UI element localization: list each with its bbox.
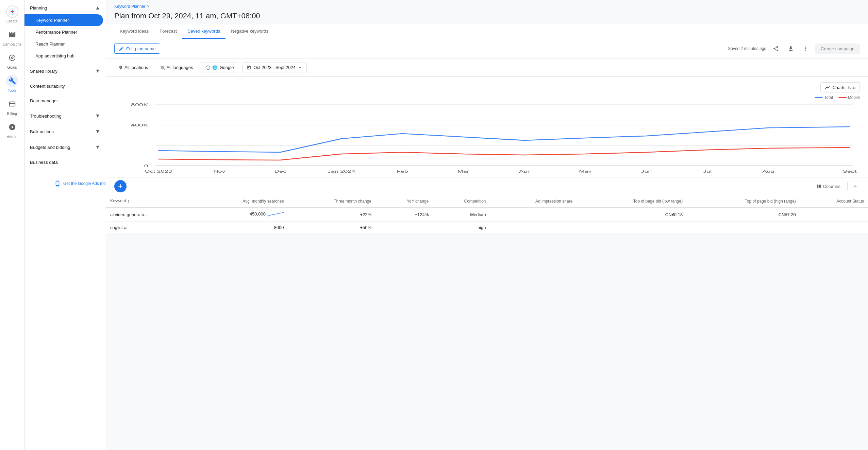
col-ad-impression: Ad impression share xyxy=(490,195,577,208)
location-icon xyxy=(118,65,123,70)
cell-impression-1: — xyxy=(490,208,577,222)
chevron-down-icon-4: ▼ xyxy=(95,144,100,150)
svg-text:Feb: Feb xyxy=(397,170,408,173)
language-filter[interactable]: All languages xyxy=(156,63,197,72)
tools-nav[interactable]: Tools xyxy=(0,72,24,95)
cell-keyword-1: ai video generato... xyxy=(106,208,194,222)
edit-plan-button[interactable]: Edit plan name xyxy=(114,44,160,54)
table-section: Columns Keyword ↑ Avg. monthly searches xyxy=(106,177,868,234)
sidebar-section-content-suitability: Content suitability xyxy=(24,79,106,93)
sort-icon[interactable]: ↑ xyxy=(127,198,130,204)
tab-saved-keywords[interactable]: Saved keywords xyxy=(182,24,226,39)
sidebar-item-app-advertising-hub[interactable]: App advertising hub xyxy=(24,50,103,62)
svg-text:Nov: Nov xyxy=(213,170,226,173)
svg-text:Jun: Jun xyxy=(641,170,652,173)
sidebar-item-performance-planner[interactable]: Performance Planner xyxy=(24,26,103,38)
col-bid-low: Top of page bid (low range) xyxy=(577,195,687,208)
cell-competition-2: high xyxy=(433,222,490,234)
share-button[interactable] xyxy=(770,43,781,54)
sidebar-item-keyword-planner[interactable]: Keyword Planner xyxy=(24,14,103,26)
chart-section: Charts Total Total Mobile 8 xyxy=(106,77,868,177)
sidebar-section-shared-library: Shared library ▼ xyxy=(24,63,106,79)
location-filter[interactable]: All locations xyxy=(114,63,152,72)
cell-status-1 xyxy=(800,208,868,222)
line-chart: 800K 400K 0 Oct 2023 Nov Dec Jan 2024 Fe… xyxy=(114,101,860,176)
col-yoy: YoY change xyxy=(375,195,433,208)
mobile-icon xyxy=(54,180,61,187)
legend-total: Total xyxy=(815,95,833,100)
chart-legend: Total Mobile xyxy=(114,95,860,100)
legend-total-line xyxy=(815,97,823,98)
svg-text:Aug: Aug xyxy=(762,170,774,173)
breadcrumb[interactable]: Keyword Planner > xyxy=(106,0,868,10)
legend-mobile-line xyxy=(838,97,847,98)
page-title: Plan from Oct 29, 2024, 11 am, GMT+08:00 xyxy=(106,10,868,24)
mobile-app-link[interactable]: Get the Google Ads mobile app xyxy=(49,176,106,191)
col-avg-searches: Avg. monthly searches xyxy=(194,195,288,208)
col-competition: Competition xyxy=(433,195,490,208)
icon-bar: Create Campaigns Goals Tools Billing Adm… xyxy=(0,0,24,450)
network-filter[interactable]: 🌐 Google xyxy=(201,63,238,72)
sidebar-section-budgets-bidding-header[interactable]: Budgets and bidding ▼ xyxy=(24,141,106,154)
sidebar-item-data-manager[interactable]: Data manager xyxy=(24,95,106,107)
keywords-table: Keyword ↑ Avg. monthly searches Three mo… xyxy=(106,195,868,234)
download-button[interactable] xyxy=(785,43,796,54)
tab-negative-keywords[interactable]: Negative keywords xyxy=(226,24,274,39)
chart-container: 800K 400K 0 Oct 2023 Nov Dec Jan 2024 Fe… xyxy=(114,101,860,177)
plus-icon xyxy=(117,183,124,190)
sidebar-section-business-data: Business data xyxy=(24,155,106,170)
more-options-button[interactable] xyxy=(800,43,811,54)
cell-searches-2: 8000 xyxy=(194,222,288,234)
cell-bid-low-2: — xyxy=(577,222,687,234)
filter-bar: All locations All languages 🌐 Google Oct… xyxy=(106,58,868,77)
tab-bar: Keyword ideas Forecast Saved keywords Ne… xyxy=(106,24,868,39)
columns-button[interactable]: Columns xyxy=(812,181,845,191)
sidebar-section-data-manager: Data manager xyxy=(24,93,106,108)
svg-text:0: 0 xyxy=(144,164,148,168)
svg-point-3 xyxy=(206,66,210,70)
billing-nav[interactable]: Billing xyxy=(0,95,24,118)
add-keyword-button[interactable] xyxy=(114,180,127,192)
sidebar-item-business-data[interactable]: Business data xyxy=(24,156,106,168)
chart-total-label: Total xyxy=(848,85,855,89)
svg-text:Oct 2023: Oct 2023 xyxy=(145,170,172,173)
collapse-button[interactable] xyxy=(850,181,860,191)
sidebar-section-troubleshooting-header[interactable]: Troubleshooting ▼ xyxy=(24,109,106,122)
create-campaign-button[interactable]: Create campaign xyxy=(815,44,860,54)
network-icon xyxy=(205,65,210,70)
sidebar-section-troubleshooting: Troubleshooting ▼ xyxy=(24,108,106,124)
cell-competition-1: Medium xyxy=(433,208,490,222)
plan-toolbar: Edit plan name Saved 2 minutes ago Creat… xyxy=(106,39,868,58)
col-keyword: Keyword ↑ xyxy=(106,195,194,208)
chevron-down-icon-3: ▼ xyxy=(95,128,100,135)
chevron-up-icon: ▲ xyxy=(95,5,100,11)
tab-keyword-ideas[interactable]: Keyword ideas xyxy=(114,24,154,39)
sidebar-section-bulk-actions-header[interactable]: Bulk actions ▼ xyxy=(24,125,106,138)
svg-text:Apr: Apr xyxy=(519,170,530,173)
create-button[interactable]: Create xyxy=(0,3,24,26)
goals-nav[interactable]: Goals xyxy=(0,49,24,72)
sidebar-section-planning: Planning ▲ Keyword Planner Performance P… xyxy=(24,0,106,63)
table-row: ai video generato... 450,000 +22% +124% xyxy=(106,208,868,222)
cell-searches-1: 450,000 xyxy=(194,208,288,222)
col-bid-high: Top of page bid (high range) xyxy=(687,195,800,208)
cell-3month-2: +50% xyxy=(288,222,375,234)
campaigns-nav[interactable]: Campaigns xyxy=(0,26,24,49)
svg-text:May: May xyxy=(579,170,592,173)
columns-icon xyxy=(816,184,822,189)
sidebar-item-content-suitability[interactable]: Content suitability xyxy=(24,80,106,92)
sidebar-item-reach-planner[interactable]: Reach Planner xyxy=(24,38,103,50)
legend-mobile: Mobile xyxy=(838,95,860,100)
date-range-filter[interactable]: Oct 2023 - Sept 2024 xyxy=(242,63,307,72)
divider xyxy=(847,182,848,190)
cell-keyword-2: coglist ai xyxy=(106,222,194,234)
admin-nav[interactable]: Admin xyxy=(0,118,24,141)
sidebar: Planning ▲ Keyword Planner Performance P… xyxy=(24,0,106,450)
sidebar-section-shared-library-header[interactable]: Shared library ▼ xyxy=(24,65,106,77)
svg-text:Mar: Mar xyxy=(457,170,469,173)
charts-button[interactable]: Charts Total xyxy=(820,82,860,92)
chart-controls: Charts Total xyxy=(114,82,860,92)
sparkline-1 xyxy=(267,211,284,218)
tab-forecast[interactable]: Forecast xyxy=(154,24,182,39)
sidebar-section-planning-header[interactable]: Planning ▲ xyxy=(24,1,106,14)
